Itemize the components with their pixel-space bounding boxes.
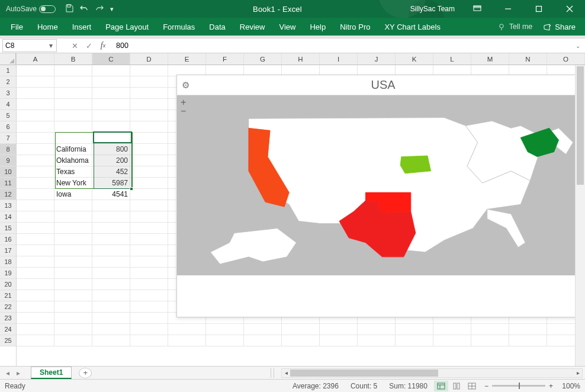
undo-icon[interactable] [79,4,89,14]
zoom-track[interactable] [492,385,545,387]
cell-D9[interactable] [130,155,168,166]
name-box-dropdown-icon[interactable]: ▾ [47,41,55,50]
cell-A23[interactable] [17,313,54,324]
cell-L25[interactable] [433,335,471,346]
zoom-out-icon[interactable]: − [484,382,488,390]
cell-J25[interactable] [358,335,396,346]
row-header-18[interactable]: 18 [0,256,16,268]
enter-formula-button[interactable]: ✓ [82,39,96,52]
tab-nitro-pro[interactable]: Nitro Pro [333,18,377,36]
cell-B7[interactable] [54,133,92,144]
cell-A7[interactable] [17,133,54,144]
cell-C10[interactable]: 452 [92,166,130,178]
cell-A13[interactable] [17,200,54,211]
cell-A6[interactable] [17,121,54,133]
sheet-prev-icon[interactable]: ◂ [2,369,13,377]
cell-A3[interactable] [17,88,54,99]
row-header-3[interactable]: 3 [0,88,16,99]
map-zoom-controls[interactable]: + − [181,98,186,115]
view-page-layout-button[interactable] [449,381,464,391]
tell-me-search[interactable]: Tell me [493,23,538,31]
cell-D7[interactable] [130,133,168,144]
cell-I25[interactable] [320,335,358,346]
qat-customize-icon[interactable]: ▾ [110,5,114,13]
tab-data[interactable]: Data [202,18,232,36]
cell-J24[interactable] [358,324,396,335]
cell-C13[interactable] [92,200,130,211]
cell-D18[interactable] [130,256,168,268]
cell-B8[interactable]: California [54,144,92,155]
insert-function-button[interactable]: fx [96,39,110,52]
tab-page-layout[interactable]: Page Layout [98,18,156,36]
select-all-button[interactable] [0,53,16,65]
cell-D22[interactable] [130,301,168,313]
cell-K25[interactable] [396,335,433,346]
cell-C21[interactable] [92,290,130,301]
sheet-next-icon[interactable]: ▸ [13,369,24,377]
cell-A8[interactable] [17,144,54,155]
chart-settings-icon[interactable]: ⚙ [182,80,189,91]
cell-B6[interactable] [54,121,92,133]
row-header-6[interactable]: 6 [0,121,16,133]
cell-B9[interactable]: Oklahoma [54,155,92,166]
hscroll-right-icon[interactable]: ▸ [574,369,582,377]
cell-D15[interactable] [130,223,168,234]
map-zoom-out-icon[interactable]: − [181,107,186,115]
cell-C3[interactable] [92,88,130,99]
cell-B15[interactable] [54,223,92,234]
cell-B11[interactable]: New York [54,178,92,189]
row-header-8[interactable]: 8 [0,144,16,155]
cell-H24[interactable] [282,324,320,335]
cell-D3[interactable] [130,88,168,99]
cell-C23[interactable] [92,313,130,324]
cell-D10[interactable] [130,166,168,178]
row-header-9[interactable]: 9 [0,155,16,166]
cell-B4[interactable] [54,99,92,110]
map-zoom-in-icon[interactable]: + [181,98,186,107]
cell-G25[interactable] [244,335,282,346]
row-header-19[interactable]: 19 [0,268,16,279]
cell-A24[interactable] [17,324,54,335]
cell-A1[interactable] [17,65,54,76]
tab-file[interactable]: File [4,18,30,36]
row-header-25[interactable]: 25 [0,335,16,346]
cell-D17[interactable] [130,245,168,256]
column-header-E[interactable]: E [168,53,206,65]
column-header-C[interactable]: C [92,53,130,65]
account-user[interactable]: SillySac Team [406,5,459,13]
hscroll-left-icon[interactable]: ◂ [282,369,290,377]
tab-home[interactable]: Home [30,18,65,36]
ribbon-display-options-icon[interactable] [464,0,490,18]
row-header-22[interactable]: 22 [0,301,16,313]
cell-B17[interactable] [54,245,92,256]
row-header-21[interactable]: 21 [0,290,16,301]
row-header-10[interactable]: 10 [0,166,16,178]
sheet-tab-active[interactable]: Sheet1 [31,367,72,379]
map-chart-object[interactable]: ⚙ USA ◂ + − [176,75,585,317]
cell-B14[interactable] [54,211,92,223]
cell-A11[interactable] [17,178,54,189]
column-header-J[interactable]: J [358,53,396,65]
column-header-L[interactable]: L [433,53,471,65]
cell-C11[interactable]: 5987 [92,178,130,189]
horizontal-scrollbar-thumb[interactable] [290,369,438,377]
cell-A14[interactable] [17,211,54,223]
cell-C22[interactable] [92,301,130,313]
cell-D24[interactable] [130,324,168,335]
column-header-N[interactable]: N [509,53,547,65]
cell-C17[interactable] [92,245,130,256]
autosave-toggle[interactable]: AutoSave [0,5,59,13]
cell-C7[interactable] [92,133,130,144]
cell-K24[interactable] [396,324,433,335]
cell-C15[interactable] [92,223,130,234]
cell-B16[interactable] [54,234,92,245]
cell-B23[interactable] [54,313,92,324]
column-header-I[interactable]: I [320,53,358,65]
column-header-H[interactable]: H [282,53,320,65]
cell-A17[interactable] [17,245,54,256]
fill-handle[interactable] [130,187,133,191]
cell-D20[interactable] [130,279,168,290]
cell-B19[interactable] [54,268,92,279]
column-header-A[interactable]: A [17,53,54,65]
cell-D12[interactable] [130,189,168,200]
